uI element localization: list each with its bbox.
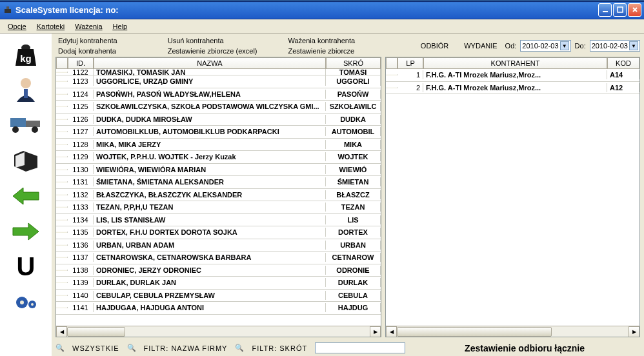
arrow-left-icon[interactable]	[8, 181, 43, 211]
action-edytuj[interactable]: Edytuj kontrahenta	[55, 36, 120, 45]
u-icon[interactable]: U	[8, 252, 43, 282]
svg-rect-10	[10, 118, 26, 127]
right-col-lp[interactable]: LP	[397, 57, 423, 69]
right-col-kod[interactable]: KOD	[607, 57, 639, 69]
search-input[interactable]	[315, 342, 405, 353]
right-grid-body[interactable]: 1F.H.G. A-TI Mrozek Mariusz,Mroz...A142F…	[386, 69, 639, 326]
menu-kartoteki[interactable]: Kartoteki	[32, 21, 70, 32]
table-row[interactable]: 1137CETNAROWSKA, CETNAROWSKA BARBARACETN…	[56, 252, 381, 264]
magnifier-icon: 🔍	[55, 344, 65, 352]
svg-point-8	[21, 78, 31, 88]
arrow-right-icon[interactable]	[8, 216, 43, 246]
action-usun[interactable]: Usuń kontrahenta	[165, 36, 260, 45]
menubar: Opcje Kartoteki Ważenia Help	[0, 19, 644, 34]
sidebar: kg U	[0, 34, 52, 356]
table-row[interactable]: 2F.H.G. A-TI Mrozek Mariusz,Mroz...A12	[386, 82, 639, 95]
filter-skrot[interactable]: FILTR: SKRÓT	[248, 343, 311, 353]
left-grid-body[interactable]: 1122TOMASIKJ, TOMASIK JANTOMASI1123UGGOR…	[56, 69, 381, 326]
label-wydanie[interactable]: WYDANIE	[464, 42, 497, 50]
left-grid: ID. NAZWA SKRÓ 1122TOMASIKJ, TOMASIK JAN…	[55, 57, 381, 337]
label-do: Do:	[575, 42, 586, 50]
weight-icon[interactable]: kg	[8, 39, 43, 69]
action-wazenia[interactable]: Ważenia kontrahenta	[286, 36, 358, 45]
scroll-left-icon[interactable]: ◀	[56, 326, 67, 337]
right-row-header[interactable]	[386, 57, 397, 69]
person-icon[interactable]	[8, 74, 43, 104]
table-row[interactable]: 1133TEZAN, P,P,H,U TEZANTEZAN	[56, 201, 381, 214]
table-row[interactable]: 1122TOMASIKJ, TOMASIK JANTOMASI	[56, 69, 381, 75]
table-row[interactable]: 1138ODRONIEC, JERZY ODRONIECODRONIE	[56, 264, 381, 277]
folder-icon[interactable]	[8, 145, 43, 175]
truck-icon[interactable]	[8, 110, 43, 140]
table-row[interactable]: 1139DURLAK, DURLAK JANDURLAK	[56, 277, 381, 290]
maximize-button[interactable]	[613, 3, 627, 17]
label-od: Od:	[505, 42, 517, 50]
filter-nazwa[interactable]: FILTR: NAZWA FIRMY	[140, 343, 232, 353]
titlebar: ScaleSystem licencja: no:	[0, 0, 644, 19]
left-col-nazwa[interactable]: NAZWA	[94, 57, 326, 69]
action-zest-excel[interactable]: Zestawienie zbiorcze (excel)	[165, 46, 260, 55]
menu-help[interactable]: Help	[108, 21, 133, 32]
menu-wazenia[interactable]: Ważenia	[70, 21, 107, 32]
magnifier-icon: 🔍	[127, 344, 136, 352]
svg-rect-11	[26, 121, 40, 127]
svg-text:kg: kg	[20, 53, 32, 64]
left-col-id[interactable]: ID.	[68, 57, 94, 69]
table-row[interactable]: 1123UGGORLICE, URZĄD GMINYUGGORLI	[56, 75, 381, 88]
left-hscroll[interactable]: ◀ ▶	[56, 326, 381, 337]
window-title: ScaleSystem licencja: no:	[15, 5, 598, 15]
table-row[interactable]: 1135DORTEX, F.H.U DORTEX DOROTA SOJKADOR…	[56, 226, 381, 239]
left-col-skrot[interactable]: SKRÓ	[326, 57, 381, 69]
table-row[interactable]: 1131ŚMIETANA, ŚMIETANA ALEKSANDERŚMIETAN	[56, 176, 381, 189]
svg-rect-0	[5, 9, 11, 13]
scroll-left-icon[interactable]: ◀	[386, 326, 397, 337]
svg-rect-3	[618, 7, 623, 12]
table-row[interactable]: 1125SZKOŁAWILCZYSKA, SZKOŁA PODSTAWOWA W…	[56, 101, 381, 114]
menu-opcje[interactable]: Opcje	[3, 21, 32, 32]
minimize-button[interactable]	[598, 3, 612, 17]
scroll-right-icon[interactable]: ▶	[370, 326, 381, 337]
label-odbior[interactable]: ODBIÓR	[421, 42, 448, 50]
table-row[interactable]: 1140CEBULAP, CEBULA PRZEMYSŁAWCEBULA	[56, 290, 381, 302]
magnifier-icon: 🔍	[235, 344, 244, 352]
filter-wszystkie[interactable]: WSZYSTKIE	[68, 343, 123, 353]
action-zest[interactable]: Zestawienie zbiorcze	[286, 46, 358, 55]
table-row[interactable]: 1124PASOŃWH, PASOŃ WŁADYSŁAW,HELENAPASOŃ…	[56, 88, 381, 101]
date-from[interactable]: 2010-02-03	[520, 40, 570, 52]
date-to-dropdown-icon[interactable]	[629, 41, 638, 50]
left-row-header[interactable]	[56, 57, 68, 69]
table-row[interactable]: 1127AUTOMOBILKLUB, AUTOMOBILKLUB PODKARP…	[56, 126, 381, 139]
table-row[interactable]: 1134LIS, LIS STANISŁAWLIS	[56, 214, 381, 227]
svg-point-15	[20, 301, 24, 304]
summary-label: Zestawienie odbioru łącznie	[409, 343, 640, 353]
right-col-kontrahent[interactable]: KONTRAHENT	[423, 57, 607, 69]
table-row[interactable]: 1141HAJDUGAA, HAJDUGA ANTONIHAJDUG	[56, 302, 381, 315]
scroll-right-icon[interactable]: ▶	[629, 326, 639, 337]
scroll-thumb[interactable]	[397, 327, 552, 337]
right-grid: LP KONTRAHENT KOD 1F.H.G. A-TI Mrozek Ma…	[385, 57, 640, 337]
svg-rect-9	[24, 89, 28, 98]
date-from-dropdown-icon[interactable]	[560, 41, 569, 50]
app-icon	[3, 5, 13, 15]
table-row[interactable]: 1129WOJTEK, P.P.H.U. WOJTEK - Jerzy Kuza…	[56, 151, 381, 164]
svg-point-17	[31, 303, 34, 306]
action-dodaj[interactable]: Dodaj kontrahenta	[55, 46, 120, 55]
date-to[interactable]: 2010-02-03	[590, 40, 640, 52]
table-row[interactable]: 1132BŁASZCZYKA, BŁASZCZYK ALEKSANDERBŁAS…	[56, 189, 381, 202]
gear-icon[interactable]	[8, 287, 43, 317]
table-row[interactable]: 1130WIEWIÓRA, WIEWIÓRA MARIANWIEWIÓ	[56, 164, 381, 177]
svg-rect-2	[603, 11, 608, 12]
svg-point-13	[32, 126, 38, 133]
scroll-thumb[interactable]	[67, 327, 125, 337]
table-row[interactable]: 1F.H.G. A-TI Mrozek Mariusz,Mroz...A14	[386, 69, 639, 82]
table-row[interactable]: 1126DUDKA, DUDKA MIROSŁAWDUDKA	[56, 114, 381, 126]
svg-rect-1	[6, 6, 9, 9]
table-row[interactable]: 1136URBAN, URBAN ADAMURBAN	[56, 239, 381, 252]
table-row[interactable]: 1128MIKA, MIKA JERZYMIKA	[56, 139, 381, 152]
close-button[interactable]	[628, 3, 641, 17]
right-hscroll[interactable]: ◀ ▶	[386, 326, 639, 337]
svg-point-12	[12, 126, 19, 133]
